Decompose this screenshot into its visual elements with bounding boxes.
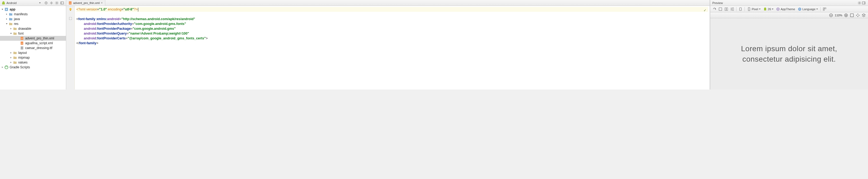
svg-rect-27 [733, 7, 734, 10]
svg-rect-35 [825, 7, 826, 8]
tree-node-aguafina[interactable]: <>aguafina_script.xml [0, 41, 66, 46]
svg-rect-26 [731, 7, 732, 10]
chevron-down-icon[interactable] [10, 32, 12, 35]
fold-icon[interactable]: − [69, 17, 72, 20]
gradle-icon [4, 65, 8, 69]
tree-node-gradle[interactable]: Gradle Scripts [0, 65, 66, 70]
project-view-label[interactable]: Android [6, 1, 38, 5]
svg-rect-23 [719, 7, 722, 10]
folder-icon [13, 56, 17, 60]
tree-node-caesar[interactable]: Tcaesar_dressing.ttf [0, 46, 66, 50]
chevron-right-icon[interactable] [10, 61, 12, 64]
editor-gutter: − [66, 6, 75, 90]
editor-tabs: <> advent_pro_thin.xml × [66, 0, 710, 6]
surface-design-icon[interactable] [718, 6, 723, 12]
close-icon[interactable]: × [101, 1, 103, 5]
chevron-right-icon[interactable] [1, 66, 4, 68]
preview-toolbar: Pixel 26 AppTheme Language [710, 6, 868, 12]
chevron-right-icon[interactable] [10, 56, 12, 59]
preview-header: Preview [710, 0, 868, 6]
editor-area: − <?xml version="1.0" encoding="utf-8"?>… [66, 6, 710, 90]
orientation-icon[interactable] [738, 6, 743, 12]
settings-icon[interactable] [55, 1, 59, 5]
preview-canvas[interactable]: Lorem ipsum dolor sit amet, consectetur … [710, 18, 868, 90]
theme-dropdown[interactable]: AppTheme [775, 7, 796, 11]
svg-rect-34 [823, 7, 824, 8]
tree-node-drawable[interactable]: drawable [0, 26, 66, 31]
tree-node-font[interactable]: font [0, 31, 66, 36]
svg-point-3 [46, 2, 46, 3]
check-icon: ✓ [704, 8, 707, 13]
tab-label: advent_pro_thin.xml [73, 1, 100, 5]
zoom-level: 110% [835, 14, 842, 17]
svg-rect-24 [725, 7, 726, 10]
xml-file-icon: <> [20, 36, 24, 40]
api-dropdown[interactable]: 26 [762, 7, 775, 11]
hide-panel-icon[interactable] [862, 1, 866, 5]
chevron-right-icon[interactable] [10, 52, 12, 54]
language-dropdown[interactable]: Language [797, 7, 819, 11]
tree-node-advent[interactable]: <>advent_pro_thin.xml [0, 36, 66, 41]
svg-rect-28 [740, 7, 742, 10]
chevron-right-icon[interactable] [5, 18, 8, 20]
target-icon[interactable] [44, 1, 48, 5]
tree-node-app[interactable]: app [0, 7, 66, 12]
zoom-in-button[interactable] [844, 13, 848, 18]
pan-button[interactable] [856, 13, 860, 18]
layers-icon[interactable] [862, 13, 866, 18]
globe-icon [798, 7, 802, 11]
xml-file-icon: <> [68, 1, 72, 5]
collapse-icon[interactable] [49, 1, 54, 5]
svg-point-20 [859, 2, 860, 3]
zoom-fit-button[interactable] [850, 13, 854, 18]
tree-node-java[interactable]: java [0, 17, 66, 22]
chevron-down-icon[interactable] [5, 23, 8, 25]
tree-node-mipmap[interactable]: mipmap [0, 55, 66, 60]
folder-icon [13, 60, 17, 65]
code-editor[interactable]: <?xml version="1.0" encoding="utf-8"?>✓ … [75, 6, 710, 90]
svg-rect-39 [850, 14, 853, 17]
svg-rect-25 [726, 7, 727, 10]
chevron-down-icon [759, 8, 761, 10]
chevron-right-icon[interactable] [5, 13, 8, 16]
chevron-right-icon[interactable] [10, 27, 12, 30]
svg-text:<>: <> [21, 38, 23, 39]
svg-text:<>: <> [21, 42, 23, 44]
module-icon [4, 7, 8, 11]
separator [736, 7, 737, 11]
svg-rect-36 [823, 9, 824, 10]
tree-node-res[interactable]: res [0, 22, 66, 26]
phone-icon [747, 7, 751, 11]
svg-point-18 [69, 8, 71, 10]
svg-rect-22 [864, 2, 865, 4]
chevron-down-icon [816, 8, 818, 10]
svg-text:T: T [22, 47, 23, 49]
settings-icon[interactable] [857, 1, 862, 5]
bulb-icon[interactable] [69, 7, 72, 11]
folder-icon [8, 17, 13, 21]
surface-both-icon[interactable] [730, 6, 735, 12]
surface-blueprint-icon[interactable] [723, 6, 729, 12]
tree-node-values[interactable]: values [0, 60, 66, 65]
project-view-dropdown-icon[interactable] [39, 2, 41, 3]
refresh-icon[interactable] [712, 6, 717, 12]
chevron-down-icon[interactable] [1, 8, 4, 11]
device-dropdown[interactable]: Pixel [746, 7, 762, 11]
variants-icon[interactable] [822, 6, 827, 12]
folder-icon [13, 31, 17, 36]
zoom-out-button[interactable] [829, 13, 833, 18]
editor-panel: <> advent_pro_thin.xml × − <?xml version… [66, 0, 710, 90]
svg-rect-19 [70, 10, 71, 11]
res-folder-icon [8, 22, 13, 26]
tree-node-manifests[interactable]: manifests [0, 12, 66, 17]
svg-text:<>: <> [69, 2, 71, 4]
android-icon [763, 7, 767, 11]
hide-panel-icon[interactable] [60, 1, 64, 5]
svg-rect-6 [61, 2, 62, 4]
folder-icon [8, 12, 13, 16]
tree-node-layout[interactable]: layout [0, 50, 66, 55]
xml-file-icon: <> [20, 41, 24, 45]
folder-icon [13, 27, 17, 31]
separator [820, 7, 820, 11]
editor-tab-advent[interactable]: <> advent_pro_thin.xml × [66, 0, 105, 6]
